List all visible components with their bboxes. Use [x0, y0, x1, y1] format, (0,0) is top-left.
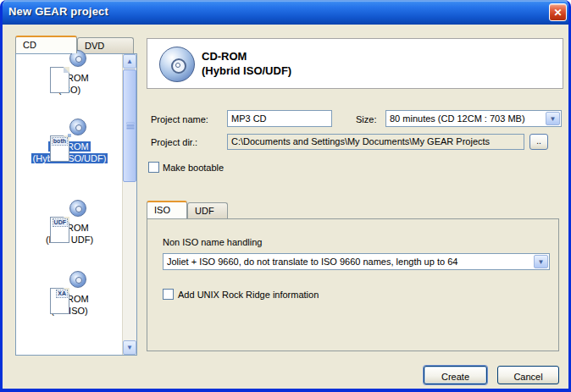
name-handling-value: Joliet + ISO 9660, do not translate to I… [167, 257, 532, 267]
scroll-up-icon[interactable]: ▲ [123, 54, 136, 69]
header-title-line1: CD-ROM [202, 50, 247, 63]
size-value: 80 minutes (CD 12CM : 703 MB) [390, 113, 544, 124]
project-dir-field[interactable]: C:\Documents and Settings\My Documents\M… [227, 134, 524, 150]
iso-settings-panel: Non ISO name handling Joliet + ISO 9660,… [147, 218, 559, 351]
browse-button[interactable]: .. [529, 134, 548, 150]
chevron-down-icon[interactable]: ▼ [546, 112, 560, 125]
rock-ridge-checkbox[interactable] [163, 289, 174, 300]
ptype-label-line2: (Hybrid ISO/UDF) [31, 153, 108, 163]
titlebar[interactable]: New GEAR project ✕ [0, 0, 571, 25]
dialog-body: CD DVD CD-ROM (ISO) both [3, 25, 568, 389]
header-title-line2: (Hybrid ISO/UDF) [202, 64, 291, 77]
tab-dvd[interactable]: DVD [77, 37, 134, 53]
icon-badge: UDF [53, 218, 68, 227]
name-handling-label: Non ISO name handling [163, 237, 262, 247]
rock-ridge-label: Add UNIX Rock Ridge information [178, 290, 319, 300]
icon-badge: both [52, 137, 68, 146]
icon-badge: XA [56, 290, 68, 298]
tab-iso[interactable]: ISO [147, 201, 187, 218]
create-button[interactable]: Create [424, 366, 487, 384]
window-title: New GEAR project [8, 5, 108, 18]
cancel-button[interactable]: Cancel [497, 366, 559, 384]
cd-disc-icon [159, 47, 195, 82]
close-icon[interactable]: ✕ [549, 3, 567, 21]
project-type-cdrom-pure-udf[interactable]: UDF CD-ROM (Pure UDF) [16, 208, 123, 246]
chevron-down-icon[interactable]: ▼ [534, 255, 548, 268]
list-scrollbar[interactable]: ▲ ▼ [122, 54, 136, 355]
project-name-input[interactable] [227, 110, 332, 127]
project-name-label: Project name: [151, 114, 208, 124]
project-type-cdrom-hybrid-iso-udf[interactable]: both CD-ROM (Hybrid ISO/UDF) [16, 127, 123, 164]
make-bootable-checkbox[interactable] [148, 162, 159, 173]
size-combobox[interactable]: 80 minutes (CD 12CM : 703 MB) ▼ [385, 110, 562, 127]
tab-udf[interactable]: UDF [187, 202, 228, 218]
tab-cd[interactable]: CD [15, 36, 77, 53]
size-label: Size: [356, 114, 376, 124]
scrollbar-thumb[interactable] [123, 69, 136, 182]
project-dir-label: Project dir.: [151, 137, 197, 147]
project-type-cdrom-xa-iso[interactable]: XA CD-ROM (XA ISO) [16, 279, 123, 317]
new-gear-project-dialog: New GEAR project ✕ CD DVD CD-ROM (ISO) [0, 0, 571, 392]
project-type-list: CD-ROM (ISO) both CD-ROM (Hybrid ISO/UDF… [15, 53, 137, 356]
selected-type-header: CD-ROM (Hybrid ISO/UDF) [147, 38, 563, 89]
project-type-cdrom-iso[interactable]: CD-ROM (ISO) [16, 58, 123, 96]
make-bootable-label: Make bootable [163, 163, 224, 173]
name-handling-combobox[interactable]: Joliet + ISO 9660, do not translate to I… [163, 253, 550, 270]
scroll-down-icon[interactable]: ▼ [123, 340, 136, 355]
